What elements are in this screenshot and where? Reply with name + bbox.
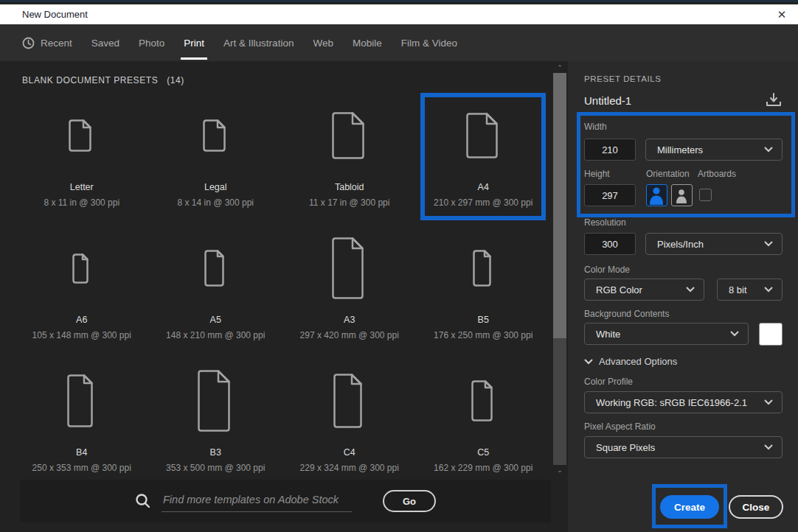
- document-icon: [72, 226, 92, 313]
- pixel-aspect-ratio-dropdown[interactable]: Square Pixels: [584, 436, 783, 458]
- bit-depth-dropdown[interactable]: 8 bit: [717, 279, 783, 301]
- search-icon: [135, 493, 151, 509]
- preset-dimensions: 162 x 229 mm @ 300 ppi: [434, 463, 532, 473]
- search-input[interactable]: [162, 491, 352, 512]
- preset-name: B4: [76, 447, 87, 458]
- clock-icon: [22, 37, 35, 49]
- go-button[interactable]: Go: [383, 490, 436, 512]
- preset-card-b3[interactable]: B3353 x 500 mm @ 300 ppi: [149, 359, 283, 491]
- units-value: Millimeters: [657, 144, 764, 155]
- document-icon: [331, 226, 367, 313]
- preset-name: B3: [210, 447, 221, 458]
- color-mode-value: RGB Color: [596, 284, 686, 295]
- document-name[interactable]: Untitled-1: [584, 94, 631, 107]
- tab-label: Web: [313, 38, 333, 49]
- dialog-title: New Document: [22, 9, 88, 20]
- tab-label: Saved: [91, 38, 119, 49]
- preset-name: C4: [344, 447, 355, 458]
- pixel-aspect-ratio-value: Square Pixels: [596, 442, 764, 453]
- tab-print[interactable]: Print: [184, 24, 204, 61]
- advanced-options-toggle[interactable]: Advanced Options: [584, 356, 677, 367]
- preset-dimensions: 210 x 297 mm @ 300 ppi: [434, 197, 532, 208]
- preset-card-legal[interactable]: Legal8 x 14 in @ 300 ppi: [149, 94, 283, 226]
- preset-card-a3[interactable]: A3297 x 420 mm @ 300 ppi: [282, 226, 417, 359]
- color-mode-label: Color Mode: [584, 265, 630, 275]
- preset-grid: Letter8 x 11 in @ 300 ppiLegal8 x 14 in …: [15, 94, 550, 491]
- preset-card-a6[interactable]: A6105 x 148 mm @ 300 ppi: [15, 226, 149, 359]
- tab-art-illustration[interactable]: Art & Illustration: [223, 24, 294, 61]
- chevron-down-icon: [584, 359, 593, 365]
- bit-depth-value: 8 bit: [729, 284, 764, 295]
- presets-count: (14): [167, 75, 184, 85]
- tab-bar: RecentSavedPhotoPrintArt & IllustrationW…: [0, 24, 798, 61]
- preset-card-c5[interactable]: C5162 x 229 mm @ 300 ppi: [417, 359, 551, 491]
- create-button[interactable]: Create: [660, 495, 719, 519]
- width-input[interactable]: [584, 139, 636, 161]
- document-icon: [66, 359, 97, 446]
- save-preset-icon[interactable]: [766, 92, 782, 111]
- preset-card-a5[interactable]: A5148 x 210 mm @ 300 ppi: [149, 226, 283, 359]
- background-contents-label: Background Contents: [584, 309, 669, 319]
- preset-card-letter[interactable]: Letter8 x 11 in @ 300 ppi: [15, 94, 149, 226]
- preset-name: A3: [344, 315, 355, 325]
- orientation-landscape-icon[interactable]: [671, 184, 693, 206]
- scroll-up-icon[interactable]: ⌃: [553, 64, 566, 71]
- height-input[interactable]: [584, 184, 636, 206]
- scrollbar-thumb[interactable]: [553, 73, 566, 338]
- presets-heading: BLANK DOCUMENT PRESETS (14): [22, 75, 184, 85]
- tab-label: Recent: [41, 38, 72, 49]
- orientation-label: Orientation: [646, 169, 690, 179]
- tab-web[interactable]: Web: [313, 24, 333, 61]
- preset-details-panel: PRESET DETAILS Untitled-1 Width Millimet…: [568, 61, 798, 532]
- preset-name: A5: [210, 315, 221, 325]
- preset-dimensions: 250 x 353 mm @ 300 ppi: [32, 463, 131, 473]
- tab-recent[interactable]: Recent: [22, 24, 72, 61]
- preset-name: Tabloid: [335, 182, 364, 192]
- background-contents-dropdown[interactable]: White: [584, 323, 749, 345]
- tab-saved[interactable]: Saved: [91, 24, 119, 61]
- color-profile-dropdown[interactable]: Working RGB: sRGB IEC61966-2.1: [584, 391, 783, 413]
- preset-dimensions: 8 x 14 in @ 300 ppi: [177, 197, 254, 208]
- tab-mobile[interactable]: Mobile: [353, 24, 382, 61]
- resolution-units-dropdown[interactable]: Pixels/Inch: [645, 233, 783, 255]
- chevron-down-icon: [686, 287, 695, 293]
- new-document-dialog: New Document ✕ RecentSavedPhotoPrintArt …: [0, 0, 798, 532]
- preset-name: Legal: [204, 182, 227, 192]
- tab-photo[interactable]: Photo: [139, 24, 164, 61]
- resolution-label: Resolution: [584, 217, 626, 228]
- document-icon: [197, 359, 234, 446]
- advanced-options-label: Advanced Options: [599, 356, 677, 367]
- tab-film-video[interactable]: Film & Video: [401, 24, 457, 61]
- document-icon: [471, 359, 496, 446]
- preset-card-b5[interactable]: B5176 x 250 mm @ 300 ppi: [417, 226, 551, 359]
- preset-name: A6: [76, 315, 87, 325]
- document-icon: [465, 94, 502, 181]
- pixel-aspect-ratio-label: Pixel Aspect Ratio: [584, 421, 656, 432]
- orientation-portrait-icon[interactable]: [646, 184, 667, 206]
- preset-dimensions: 297 x 420 mm @ 300 ppi: [300, 330, 399, 340]
- units-dropdown[interactable]: Millimeters: [645, 139, 783, 161]
- preset-card-c4[interactable]: C4229 x 324 mm @ 300 ppi: [282, 359, 417, 491]
- chevron-down-icon: [764, 241, 773, 247]
- document-icon: [472, 226, 495, 313]
- document-icon: [68, 94, 95, 181]
- preset-dimensions: 229 x 324 mm @ 300 ppi: [300, 463, 399, 473]
- document-icon: [204, 226, 228, 313]
- preset-name: A4: [478, 182, 489, 192]
- scroll-down-icon[interactable]: ⌄: [553, 466, 566, 474]
- chevron-down-icon: [730, 331, 739, 337]
- background-color-swatch[interactable]: [759, 323, 783, 346]
- preset-card-b4[interactable]: B4250 x 353 mm @ 300 ppi: [15, 359, 149, 491]
- preset-dimensions: 11 x 17 in @ 300 ppi: [309, 197, 389, 208]
- preset-card-a4-selected[interactable]: A4210 x 297 mm @ 300 ppi: [417, 94, 551, 226]
- preset-card-tabloid[interactable]: Tabloid11 x 17 in @ 300 ppi: [282, 94, 417, 226]
- close-button[interactable]: Close: [729, 495, 783, 519]
- scrollbar[interactable]: ⌃ ⌄: [553, 64, 566, 474]
- close-icon[interactable]: ✕: [774, 7, 789, 22]
- artboards-checkbox[interactable]: [699, 189, 712, 201]
- color-mode-dropdown[interactable]: RGB Color: [584, 279, 704, 301]
- document-icon: [202, 94, 229, 181]
- tab-label: Art & Illustration: [223, 38, 294, 49]
- resolution-input[interactable]: [584, 233, 636, 255]
- chevron-down-icon: [764, 147, 773, 153]
